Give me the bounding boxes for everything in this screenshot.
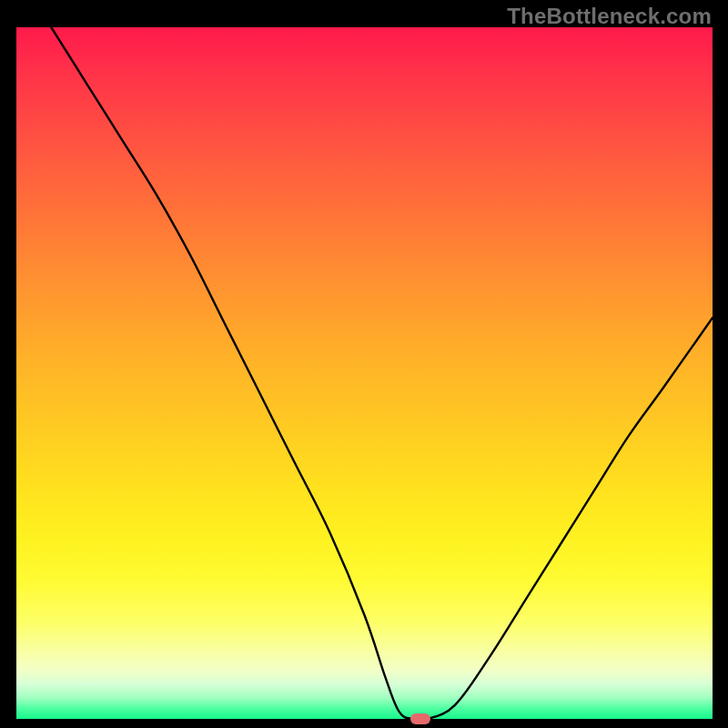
plot-area <box>16 27 713 719</box>
optimal-marker <box>410 713 430 724</box>
bottleneck-curve <box>51 27 713 719</box>
watermark-text: TheBottleneck.com <box>507 4 712 29</box>
curve-svg <box>16 27 713 719</box>
